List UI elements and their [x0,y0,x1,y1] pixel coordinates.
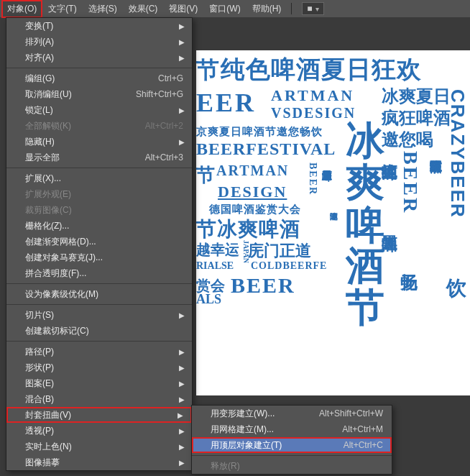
menu-item-label: 创建渐变网格(D)... [25,236,96,248]
art-text: 节 [196,163,215,188]
menu-separator [6,304,192,305]
art-text: COLDBEERFE [251,260,327,272]
menu-item-label: 对齐(A) [25,52,54,64]
menu-item-label: 裁剪图像(C) [25,204,72,216]
menu-object[interactable]: 对象(O) [1,0,42,18]
menu-item-label: 设为像素级优化(M) [25,288,98,301]
submenu-arrow-icon: ▶ [179,348,185,356]
menu-select[interactable]: 选择(S) [83,0,123,18]
menu-item[interactable]: 图案(E)▶ [6,375,192,391]
submenu-arrow-icon: ▶ [179,427,185,435]
menu-item[interactable]: 路径(P)▶ [6,344,192,360]
menu-item-label: 变换(T) [25,20,53,32]
submenu-arrow-icon: ▶ [179,380,185,388]
menu-item[interactable]: 取消编组(U)Shift+Ctrl+G [6,86,192,102]
menu-item: 全部解锁(K)Alt+Ctrl+2 [6,118,192,134]
menu-item-label: 显示全部 [25,152,60,164]
menu-separator [6,341,192,342]
art-text: EER [196,88,256,118]
art-text: 纯色啤酒夏日狂欢 [221,53,422,86]
submenu-item-shortcut: Alt+Ctrl+C [344,440,383,450]
menu-item[interactable]: 编组(G)Ctrl+G [6,70,192,86]
submenu-arrow-icon: ▶ [179,54,185,62]
menu-item-label: 拼合透明度(F)... [25,267,86,280]
menu-item[interactable]: 透视(P)▶ [6,423,192,439]
menu-window[interactable]: 窗口(W) [203,0,246,18]
menu-item[interactable]: 混合(B)▶ [6,391,192,407]
menu-item[interactable]: 对齐(A)▶ [6,50,192,65]
menu-item-shortcut: Shift+Ctrl+G [136,89,183,99]
menu-item-label: 实时上色(N) [25,441,72,453]
menu-separator [6,68,192,68]
menu-item[interactable]: 排列(A)▶ [6,34,192,50]
menu-help[interactable]: 帮助(H) [246,0,287,18]
art-text: 越幸运 [196,240,239,260]
submenu-arrow-icon: ▶ [179,22,185,30]
menu-item-label: 锁定(L) [25,104,53,116]
menu-item[interactable]: 创建对象马赛克(J)... [6,250,192,265]
submenu-item-label: 用变形建立(W)... [211,408,275,420]
menu-item[interactable]: 隐藏(H)▶ [6,134,192,150]
art-text: 庑门正道 [248,240,311,262]
menu-item-label: 切片(S) [25,309,54,321]
workspace-icon: ■ [307,4,312,14]
menu-item-label: 栅格化(Z)... [25,220,69,232]
menu-item[interactable]: 图像描摹▶ [6,454,192,470]
envelope-distort-submenu: 用变形建立(W)...Alt+Shift+Ctrl+W用网格建立(M)...Al… [191,405,392,475]
submenu-arrow-icon: ▶ [179,459,185,467]
submenu-item-shortcut: Alt+Ctrl+M [342,424,383,434]
submenu-arrow-icon: ▶ [179,106,185,114]
menu-item-label: 图案(E) [25,377,54,390]
menu-item[interactable]: 封套扭曲(V)▶ [6,407,192,423]
submenu-item[interactable]: 用变形建立(W)...Alt+Shift+Ctrl+W [192,406,392,421]
menu-item-shortcut: Ctrl+G [158,73,183,83]
art-text: 京爽夏日啤酒节邀您畅饮 [196,125,323,139]
menu-item[interactable]: 创建裁切标记(C) [6,323,192,339]
menu-item-shortcut: Alt+Ctrl+2 [145,121,183,131]
workspace-switcher[interactable]: ■ ▾ [302,2,323,15]
art-text: 冰爽夏日 [382,85,451,108]
menu-item[interactable]: 实时上色(N)▶ [6,439,192,454]
art-text: 饮 [446,275,466,302]
object-menu-dropdown: 变换(T)▶排列(A)▶对齐(A)▶编组(G)Ctrl+G取消编组(U)Shif… [6,17,193,471]
submenu-item[interactable]: 用顶层对象建立(T)Alt+Ctrl+C [192,437,392,453]
art-text: 疯狂啤酒 [382,106,451,129]
menu-view[interactable]: 视图(V) [163,0,203,18]
menu-item: 扩展外观(E) [6,186,192,202]
menu-item[interactable]: 显示全部Alt+Ctrl+3 [6,150,192,165]
menu-item-label: 创建对象马赛克(J)... [25,252,103,264]
submenu-item-label: 用顶层对象建立(T) [211,439,282,452]
menu-item[interactable]: 栅格化(Z)... [6,218,192,234]
menu-item-label: 混合(B) [25,393,54,406]
menu-type[interactable]: 文字(T) [42,0,82,18]
submenu-arrow-icon: ▶ [179,443,185,451]
menu-item[interactable]: 拼合透明度(F)... [6,265,192,281]
submenu-item-shortcut: Alt+Shift+Ctrl+W [319,408,383,418]
art-text: JAPAN [242,240,250,263]
menu-item[interactable]: 形状(P)▶ [6,360,192,375]
submenu-item-label: 用网格建立(M)... [211,424,274,436]
menu-item[interactable]: 切片(S)▶ [6,307,192,323]
submenu-item[interactable]: 用网格建立(M)...Alt+Ctrl+M [192,421,392,437]
menu-item[interactable]: 创建渐变网格(D)... [6,234,192,250]
art-text: ALS [196,292,221,307]
menu-effect[interactable]: 效果(C) [123,0,164,18]
menu-item-label: 透视(P) [25,425,54,437]
menu-item[interactable]: 设为像素级优化(M) [6,286,192,302]
menu-separator [6,168,192,168]
menu-item[interactable]: 变换(T)▶ [6,18,192,34]
art-text: BEER [399,151,422,214]
menu-item[interactable]: 扩展(X)... [6,170,192,186]
menu-separator [192,455,392,456]
submenu-item-label: 释放(R) [211,460,240,472]
art-text: VSDESIGN [271,105,356,122]
menu-item[interactable]: 锁定(L)▶ [6,102,192,118]
art-text: CRAZYBEER [446,89,469,219]
art-text: 邀您喝 [382,128,433,151]
menu-item-label: 路径(P) [25,346,54,358]
submenu-arrow-icon: ▶ [179,138,185,146]
submenu-item: 释放(R) [192,458,392,474]
art-text: DESIGN [218,183,287,201]
menu-item: 裁剪图像(C) [6,202,192,218]
menu-item-shortcut: Alt+Ctrl+3 [145,152,183,163]
